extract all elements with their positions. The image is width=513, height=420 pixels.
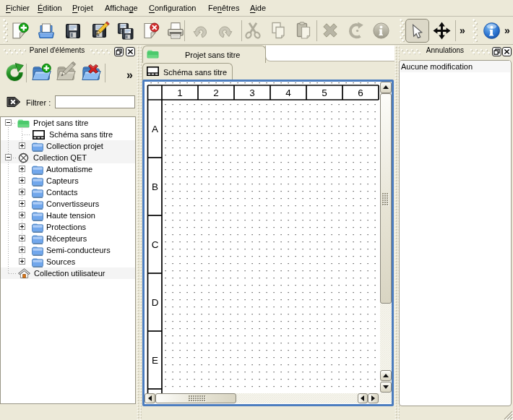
svg-text:A: A (152, 124, 158, 134)
svg-text:E: E (152, 355, 158, 366)
svg-text:D: D (152, 297, 159, 308)
svg-text:6: 6 (358, 87, 363, 98)
svg-text:4: 4 (285, 87, 291, 98)
svg-text:5: 5 (322, 87, 327, 98)
svg-text:1: 1 (177, 87, 183, 98)
svg-text:2: 2 (213, 87, 219, 98)
svg-text:3: 3 (249, 87, 255, 98)
svg-text:C: C (152, 239, 159, 250)
svg-text:B: B (152, 181, 158, 192)
